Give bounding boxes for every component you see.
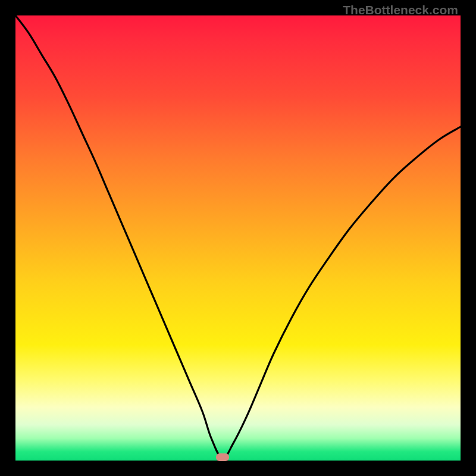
bottleneck-curve	[15, 15, 461, 461]
chart-frame: TheBottleneck.com	[0, 0, 476, 476]
minimum-marker	[216, 453, 229, 461]
